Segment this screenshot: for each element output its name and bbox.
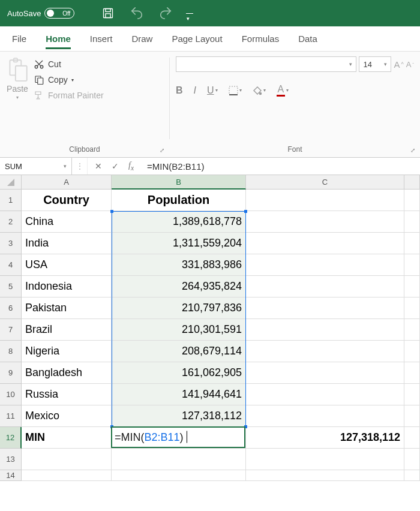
cell-A2[interactable]: China — [22, 211, 112, 233]
cell-B1[interactable]: Population — [112, 190, 246, 211]
qat-customize-icon[interactable]: ▾ — [182, 0, 197, 26]
cell-B13[interactable] — [112, 449, 246, 470]
tab-insert[interactable]: Insert — [90, 29, 113, 49]
cancel-formula-icon[interactable]: ✕ — [95, 161, 102, 171]
cell-B3[interactable]: 1,311,559,204 — [112, 233, 246, 254]
row-header-10[interactable]: 10 — [0, 384, 22, 405]
cell-C3[interactable] — [246, 233, 404, 254]
cell-B4[interactable]: 331,883,986 — [112, 254, 246, 276]
cell-partial[interactable] — [246, 470, 404, 481]
cell-B7[interactable]: 210,301,591 — [112, 319, 246, 341]
row-header-12[interactable]: 12 — [0, 427, 22, 449]
cell-B11[interactable]: 127,318,112 — [112, 405, 246, 427]
redo-icon[interactable] — [154, 0, 178, 26]
autosave-toggle[interactable]: AutoSave Off — [7, 8, 74, 19]
cell-A11[interactable]: Mexico — [22, 405, 112, 427]
save-icon[interactable] — [96, 0, 120, 26]
cell-C10[interactable] — [246, 384, 404, 405]
paste-button[interactable]: Paste ▾ — [6, 56, 29, 100]
cell-A10[interactable]: Russia — [22, 384, 112, 405]
cell-A4[interactable]: USA — [22, 254, 112, 276]
toggle-switch[interactable]: Off — [44, 8, 74, 19]
cell-C6[interactable] — [246, 297, 404, 319]
cell-C12[interactable]: 127,318,112 — [246, 427, 404, 449]
cell-tail-5[interactable] — [404, 276, 420, 297]
undo-icon[interactable] — [125, 0, 149, 26]
spreadsheet-grid[interactable]: A B C 1CountryPopulation2China1,389,618,… — [0, 175, 420, 481]
fill-color-button[interactable]: ▾ — [253, 86, 266, 95]
cell-C8[interactable] — [246, 341, 404, 362]
cell-tail-8[interactable] — [404, 341, 420, 362]
cell-A1[interactable]: Country — [22, 190, 112, 211]
tab-home[interactable]: Home — [46, 29, 71, 49]
chevron-down-icon[interactable]: ▾ — [16, 95, 19, 100]
cell-B9[interactable]: 161,062,905 — [112, 362, 246, 384]
cell-tail-2[interactable] — [404, 211, 420, 233]
cell-A3[interactable]: India — [22, 233, 112, 254]
col-header-A[interactable]: A — [22, 175, 112, 190]
tab-data[interactable]: Data — [298, 29, 317, 49]
cell-B2[interactable]: 1,389,618,778 — [112, 211, 246, 233]
cell-partial[interactable] — [112, 470, 246, 481]
cell-C4[interactable] — [246, 254, 404, 276]
row-header-3[interactable]: 3 — [0, 233, 22, 254]
cell-B5[interactable]: 264,935,824 — [112, 276, 246, 297]
tab-page-layout[interactable]: Page Layout — [172, 29, 222, 49]
cell-tail-10[interactable] — [404, 384, 420, 405]
border-button[interactable]: ▾ — [229, 86, 242, 95]
cell-partial[interactable] — [22, 470, 112, 481]
tab-draw[interactable]: Draw — [131, 29, 152, 49]
cell-A12[interactable]: MIN — [22, 427, 112, 449]
cell-partial[interactable] — [404, 470, 420, 481]
format-painter-button[interactable]: Format Painter — [34, 90, 104, 101]
cell-B8[interactable]: 208,679,114 — [112, 341, 246, 362]
col-header-next[interactable] — [404, 175, 420, 190]
cell-tail-7[interactable] — [404, 319, 420, 341]
cell-tail-12[interactable] — [404, 427, 420, 449]
cell-C2[interactable] — [246, 211, 404, 233]
cell-B6[interactable]: 210,797,836 — [112, 297, 246, 319]
underline-button[interactable]: U ▾ — [207, 85, 218, 96]
tab-formulas[interactable]: Formulas — [242, 29, 280, 49]
col-header-C[interactable]: C — [246, 175, 404, 190]
cell-A5[interactable]: Indonesia — [22, 276, 112, 297]
decrease-font-size-button[interactable]: Aˇ — [406, 60, 414, 69]
cell-tail-9[interactable] — [404, 362, 420, 384]
cell-tail-4[interactable] — [404, 254, 420, 276]
chevron-down-icon[interactable]: ▾ — [64, 163, 67, 169]
formula-bar-handle[interactable]: ⋮ — [72, 158, 88, 175]
cell-tail-1[interactable] — [404, 190, 420, 211]
font-size-combo[interactable]: 14 ▾ — [359, 56, 391, 72]
cell-A13[interactable] — [22, 449, 112, 470]
bold-button[interactable]: B — [176, 85, 183, 96]
cell-tail-11[interactable] — [404, 405, 420, 427]
chevron-down-icon[interactable]: ▾ — [384, 61, 387, 67]
cell-B10[interactable]: 141,944,641 — [112, 384, 246, 405]
chevron-down-icon[interactable]: ▾ — [71, 77, 74, 83]
name-box[interactable]: SUM ▾ — [0, 158, 72, 175]
cell-tail-13[interactable] — [404, 449, 420, 470]
row-header-1[interactable]: 1 — [0, 190, 22, 211]
row-header-13[interactable]: 13 — [0, 449, 22, 470]
row-header-7[interactable]: 7 — [0, 319, 22, 341]
font-name-combo[interactable]: ▾ — [176, 56, 356, 72]
cell-tail-6[interactable] — [404, 297, 420, 319]
copy-button[interactable]: Copy ▾ — [34, 74, 104, 85]
chevron-down-icon[interactable]: ▾ — [349, 61, 352, 67]
row-header-2[interactable]: 2 — [0, 211, 22, 233]
increase-font-size-button[interactable]: A^ — [394, 59, 403, 70]
select-all-corner[interactable] — [0, 175, 22, 190]
accept-formula-icon[interactable]: ✓ — [112, 161, 119, 171]
tab-file[interactable]: File — [12, 29, 26, 49]
fx-icon[interactable]: fx — [128, 161, 134, 172]
row-header-6[interactable]: 6 — [0, 297, 22, 319]
cell-C9[interactable] — [246, 362, 404, 384]
cell-tail-3[interactable] — [404, 233, 420, 254]
row-header-5[interactable]: 5 — [0, 276, 22, 297]
row-header-14[interactable]: 14 — [0, 470, 22, 481]
formula-input[interactable]: =MIN(B2:B11) — [141, 158, 420, 175]
col-header-B[interactable]: B — [112, 175, 246, 190]
cell-A7[interactable]: Brazil — [22, 319, 112, 341]
cell-C11[interactable] — [246, 405, 404, 427]
row-header-9[interactable]: 9 — [0, 362, 22, 384]
